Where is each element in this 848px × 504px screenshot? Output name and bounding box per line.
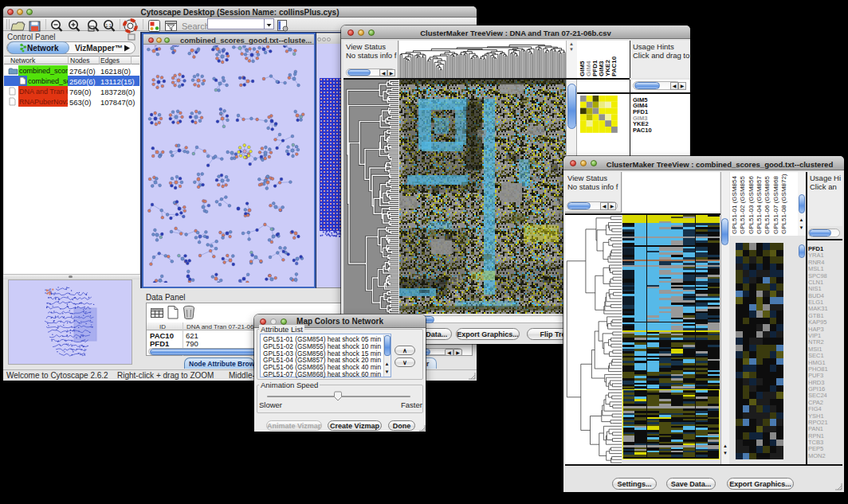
svg-text:GPL51-02 (GSM855: GPL51-02 (GSM855 (739, 176, 746, 234)
svg-text:PAC10: PAC10 (610, 56, 618, 76)
svg-text:GPL51-06 (GSM865: GPL51-06 (GSM865 (764, 176, 771, 234)
svg-text:GPL51-03 (GSM856: GPL51-03 (GSM856 (748, 176, 755, 234)
svg-text:GPL51-08 (GSM872): GPL51-08 (GSM872) (780, 174, 787, 234)
svg-text:1:1: 1:1 (105, 23, 112, 28)
svg-text:GPL51-01 (GSM854: GPL51-01 (GSM854 (731, 176, 738, 234)
svg-text:GPL51-04 (GSM857: GPL51-04 (GSM857 (756, 176, 763, 234)
svg-text:GPL51-07 (GSM868: GPL51-07 (GSM868 (772, 176, 779, 234)
